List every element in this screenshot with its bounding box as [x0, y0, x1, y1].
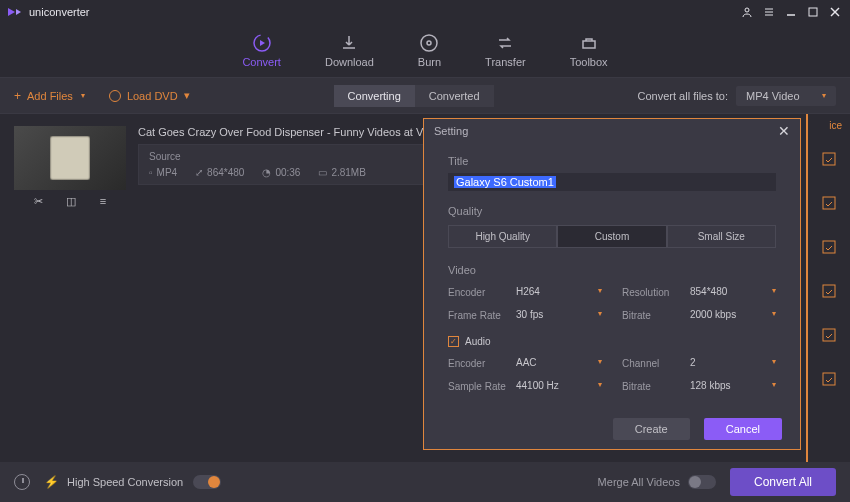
audio-checkbox[interactable]: ✓ Audio — [448, 336, 776, 347]
thumbnail-tools: ✂ ◫ ≡ — [14, 190, 126, 212]
logo-triangle-icon — [8, 8, 15, 16]
svg-rect-16 — [823, 285, 835, 297]
audio-channel-dropdown[interactable]: 2▾ — [690, 357, 776, 370]
edit-icon-1[interactable] — [808, 137, 850, 181]
title-bar: uniconverter — [0, 0, 850, 24]
resolution-badge: ⤢ 864*480 — [195, 167, 244, 178]
create-button[interactable]: Create — [613, 418, 690, 440]
checkbox-icon: ✓ — [448, 336, 459, 347]
quality-label: Quality — [448, 205, 776, 217]
right-action-column: ice — [806, 114, 850, 462]
quality-custom-button[interactable]: Custom — [557, 225, 666, 248]
output-format-dropdown[interactable]: MP4 Video ▾ — [736, 86, 836, 106]
bottom-bar: ⚡ High Speed Conversion Merge All Videos… — [0, 462, 850, 502]
svg-point-10 — [421, 35, 437, 51]
modal-close-icon[interactable]: ✕ — [778, 123, 790, 139]
bolt-icon: ⚡ — [44, 475, 59, 489]
edit-icon-2[interactable] — [808, 181, 850, 225]
chevron-down-icon: ▾ — [81, 91, 85, 100]
edit-icon-5[interactable] — [808, 313, 850, 357]
edit-icon-6[interactable] — [808, 357, 850, 401]
size-badge: ▭ 2.81MB — [318, 167, 365, 178]
tab-download-label: Download — [325, 56, 374, 68]
edit-icon-3[interactable] — [808, 225, 850, 269]
modal-body: Title Galaxy S6 Custom1 Quality High Qua… — [424, 143, 800, 409]
burn-icon — [419, 33, 439, 53]
trim-icon[interactable]: ✂ — [34, 195, 43, 208]
add-files-label: Add Files — [27, 90, 73, 102]
audio-section-label: Audio — [465, 336, 491, 347]
convert-all-button[interactable]: Convert All — [730, 468, 836, 496]
tab-convert[interactable]: Convert — [242, 33, 281, 68]
tab-toolbox[interactable]: Toolbox — [570, 33, 608, 68]
svg-marker-9 — [260, 40, 265, 46]
source-box: Source ▫ MP4 ⤢ 864*480 ◔ 00:36 ▭ 2.81MB — [138, 144, 438, 185]
status-segment: Converting Converted — [334, 85, 494, 107]
tab-burn-label: Burn — [418, 56, 441, 68]
settings-modal: Setting ✕ Title Galaxy S6 Custom1 Qualit… — [423, 118, 801, 450]
menu-icon[interactable] — [762, 5, 776, 19]
tab-burn[interactable]: Burn — [418, 33, 441, 68]
video-thumbnail[interactable] — [14, 126, 126, 190]
crop-icon[interactable]: ◫ — [66, 195, 76, 208]
svg-rect-15 — [823, 241, 835, 253]
tab-convert-label: Convert — [242, 56, 281, 68]
maximize-button[interactable] — [806, 5, 820, 19]
modal-title: Setting — [434, 125, 468, 137]
format-value: MP4 Video — [746, 90, 800, 102]
merge-label: Merge All Videos — [598, 476, 680, 488]
svg-rect-13 — [823, 153, 835, 165]
plus-icon: + — [14, 89, 21, 103]
add-files-button[interactable]: + Add Files ▾ — [14, 89, 85, 103]
user-icon[interactable] — [740, 5, 754, 19]
video-framerate-dropdown[interactable]: 30 fps▾ — [516, 309, 602, 322]
duration-badge: ◔ 00:36 — [262, 167, 300, 178]
audio-samplerate-dropdown[interactable]: 44100 Hz▾ — [516, 380, 602, 393]
quality-small-button[interactable]: Small Size — [667, 225, 776, 248]
video-resolution-label: Resolution — [622, 287, 690, 298]
modal-header: Setting ✕ — [424, 119, 800, 143]
source-items: ▫ MP4 ⤢ 864*480 ◔ 00:36 ▭ 2.81MB — [149, 167, 427, 178]
video-encoder-label: Encoder — [448, 287, 516, 298]
container-badge: ▫ MP4 — [149, 167, 177, 178]
tab-transfer[interactable]: Transfer — [485, 33, 526, 68]
disc-icon — [109, 90, 121, 102]
video-resolution-dropdown[interactable]: 854*480▾ — [690, 286, 776, 299]
download-icon — [339, 33, 359, 53]
svg-rect-18 — [823, 373, 835, 385]
merge-toggle[interactable] — [688, 475, 716, 489]
schedule-icon[interactable] — [14, 474, 30, 490]
audio-channel-label: Channel — [622, 358, 690, 369]
window-controls — [740, 5, 842, 19]
svg-rect-17 — [823, 329, 835, 341]
quality-high-button[interactable]: High Quality — [448, 225, 557, 248]
title-field-label: Title — [448, 155, 776, 167]
tab-toolbox-label: Toolbox — [570, 56, 608, 68]
video-section-label: Video — [448, 264, 776, 276]
video-bitrate-dropdown[interactable]: 2000 kbps▾ — [690, 309, 776, 322]
effects-icon[interactable]: ≡ — [100, 195, 106, 207]
video-encoder-dropdown[interactable]: H264▾ — [516, 286, 602, 299]
svg-rect-12 — [583, 41, 595, 48]
title-input[interactable]: Galaxy S6 Custom1 — [448, 173, 776, 191]
logo-triangle2-icon — [16, 9, 21, 15]
close-button[interactable] — [828, 5, 842, 19]
chevron-down-icon: ▾ — [184, 89, 190, 102]
load-dvd-button[interactable]: Load DVD ▾ — [109, 89, 190, 102]
transfer-icon — [495, 33, 515, 53]
audio-encoder-label: Encoder — [448, 358, 516, 369]
audio-bitrate-dropdown[interactable]: 128 kbps▾ — [690, 380, 776, 393]
quality-segment: High Quality Custom Small Size — [448, 225, 776, 248]
audio-encoder-dropdown[interactable]: AAC▾ — [516, 357, 602, 370]
minimize-button[interactable] — [784, 5, 798, 19]
svg-point-11 — [427, 41, 431, 45]
svg-rect-14 — [823, 197, 835, 209]
main-tabs: Convert Download Burn Transfer Toolbox — [0, 24, 850, 78]
tab-download[interactable]: Download — [325, 33, 374, 68]
converting-tab[interactable]: Converting — [334, 85, 415, 107]
high-speed-toggle[interactable] — [193, 475, 221, 489]
app-logo: uniconverter — [8, 6, 90, 18]
edit-icon-4[interactable] — [808, 269, 850, 313]
cancel-button[interactable]: Cancel — [704, 418, 782, 440]
converted-tab[interactable]: Converted — [415, 85, 494, 107]
